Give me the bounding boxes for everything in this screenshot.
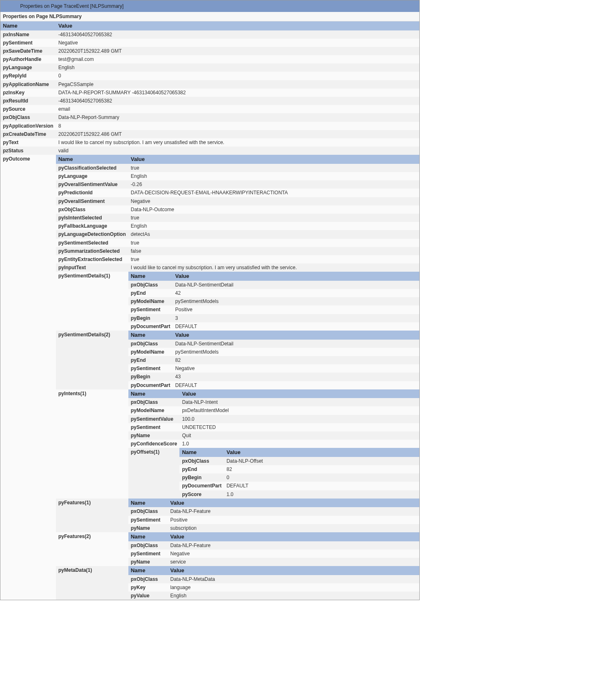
table-row: pyNameservice bbox=[128, 558, 419, 566]
property-name: pyClassificationSelected bbox=[56, 164, 128, 172]
property-value: 20220620T152922.486 GMT bbox=[56, 130, 419, 138]
property-name: pySentiment bbox=[128, 305, 173, 314]
property-name: pySentiment bbox=[128, 550, 168, 558]
table-row: pyBegin0 bbox=[179, 473, 419, 482]
table-row: pyPredictionIdDATA-DECISION-REQUEST-EMAI… bbox=[56, 189, 419, 197]
property-value: Negative bbox=[168, 550, 419, 558]
table-row: pyConfidenceScore1.0 bbox=[128, 440, 419, 448]
property-name: pyInputText bbox=[56, 263, 128, 272]
table-row: pxInsName-4631340640527065382 bbox=[0, 30, 419, 39]
property-name: pyOverallSentiment bbox=[56, 197, 128, 205]
table-row: pyLanguageEnglish bbox=[56, 172, 419, 180]
table-row: pxSaveDateTime20220620T152922.489 GMT bbox=[0, 47, 419, 55]
property-name: pyName bbox=[128, 431, 180, 440]
table-row: pxResultId-4631340640527065382 bbox=[0, 97, 419, 105]
property-value: 3 bbox=[173, 314, 419, 322]
property-value: subscription bbox=[168, 524, 419, 532]
table-header-row: NameValue bbox=[179, 448, 419, 457]
window-titlebar: Properties on Page TraceEvent [NLPSummar… bbox=[0, 0, 419, 12]
property-name: pzStatus bbox=[0, 147, 56, 155]
property-value: Negative bbox=[128, 197, 419, 205]
column-header-name: Name bbox=[128, 499, 168, 508]
table-row: pxObjClassData-NLP-Feature bbox=[128, 541, 419, 550]
table-row: pySentimentNegative bbox=[128, 364, 419, 373]
table-row: pyBegin43 bbox=[128, 373, 419, 381]
property-value: language bbox=[168, 583, 419, 592]
property-value: English bbox=[168, 592, 419, 600]
table-row: pyApplicationVersion8 bbox=[0, 122, 419, 130]
table-row: pyOverallSentimentNegative bbox=[56, 197, 419, 205]
property-name: pyLanguage bbox=[56, 172, 128, 180]
property-value: Negative bbox=[56, 39, 419, 47]
property-value: DEFAULT bbox=[173, 322, 419, 331]
property-value: true bbox=[128, 164, 419, 172]
property-value: true bbox=[128, 255, 419, 263]
trace-window: Properties on Page TraceEvent [NLPSummar… bbox=[0, 0, 420, 600]
property-name: pyMetaData(1) bbox=[56, 566, 128, 600]
property-name: pyEntityExtractionSelected bbox=[56, 255, 128, 263]
property-name: pzInsKey bbox=[0, 89, 56, 97]
table-row: pyOffsets(1)NameValuepxObjClassData-NLP-… bbox=[128, 448, 419, 498]
property-name: pyIntents(1) bbox=[56, 389, 128, 499]
property-value: 0 bbox=[224, 473, 419, 482]
table-row: pyAuthorHandletest@gmail.com bbox=[0, 55, 419, 63]
table-row: pyScore1.0 bbox=[179, 490, 419, 499]
intents-table: NameValuepxObjClassData-NLP-IntentpyMode… bbox=[128, 389, 419, 499]
property-value: Data-NLP-Feature bbox=[168, 507, 419, 515]
table-row: pyValueEnglish bbox=[128, 592, 419, 600]
table-row: pySourceemail bbox=[0, 105, 419, 113]
table-row: pyOverallSentimentValue-0.26 bbox=[56, 180, 419, 189]
property-name: pyReplyId bbox=[0, 72, 56, 80]
column-header-value: Value bbox=[224, 448, 419, 457]
property-name: pyFeatures(2) bbox=[56, 532, 128, 566]
property-name: pyModelName bbox=[128, 348, 173, 356]
property-name: pyKey bbox=[128, 583, 168, 592]
column-header-value: Value bbox=[168, 499, 419, 508]
property-name: pyEnd bbox=[128, 289, 173, 297]
table-header-row: NameValue bbox=[128, 389, 419, 398]
column-header-name: Name bbox=[179, 448, 224, 457]
property-value: I would like to cancel my subscription. … bbox=[56, 138, 419, 147]
column-header-name: Name bbox=[128, 272, 173, 281]
property-name: pxObjClass bbox=[128, 340, 173, 348]
table-row: pyIsIntentSelectedtrue bbox=[56, 214, 419, 222]
property-value: 100.0 bbox=[179, 415, 419, 423]
table-row: pySentimentPositive bbox=[128, 305, 419, 314]
table-row: pyFallbackLanguageEnglish bbox=[56, 222, 419, 230]
table-row: pyEnd82 bbox=[179, 465, 419, 473]
column-header-name: Name bbox=[128, 532, 168, 541]
property-name: pyFeatures(1) bbox=[56, 499, 128, 532]
property-value: DATA-DECISION-REQUEST-EMAIL-HNAAKERWIPYI… bbox=[128, 189, 419, 197]
property-name: pyModelName bbox=[128, 297, 173, 305]
property-name: pySentimentSelected bbox=[56, 239, 128, 247]
property-value: test@gmail.com bbox=[56, 55, 419, 63]
property-value: pySentimentModels bbox=[173, 348, 419, 356]
property-value: Data-NLP-Intent bbox=[179, 398, 419, 406]
property-name: pyLanguageDetectionOption bbox=[56, 230, 128, 238]
property-name: pyAuthorHandle bbox=[0, 55, 56, 63]
property-value: NameValuepxObjClassData-NLP-SentimentDet… bbox=[128, 331, 419, 389]
table-row: pyOutcomeNameValuepyClassificationSelect… bbox=[0, 155, 419, 600]
property-name: pySentiment bbox=[128, 364, 173, 373]
property-name: pxSaveDateTime bbox=[0, 47, 56, 55]
table-row: pxObjClassData-NLP-MetaData bbox=[128, 575, 419, 583]
property-value: Positive bbox=[173, 305, 419, 314]
table-row: pxObjClassData-NLP-SentimentDetail bbox=[128, 340, 419, 348]
outcome-table: NameValuepyClassificationSelectedtruepyL… bbox=[56, 155, 419, 600]
property-name: pxObjClass bbox=[56, 205, 128, 214]
property-name: pySentimentValue bbox=[128, 415, 180, 423]
property-value: -4631340640527065382 bbox=[56, 30, 419, 39]
property-value: English bbox=[56, 63, 419, 72]
property-name: pyOutcome bbox=[0, 155, 56, 600]
property-name: pyDocumentPart bbox=[128, 381, 173, 389]
table-header-row: NameValue bbox=[128, 272, 419, 281]
column-header-value: Value bbox=[168, 532, 419, 541]
table-row: pySentimentDetails(1)NameValuepxObjClass… bbox=[56, 272, 419, 331]
property-value: English bbox=[128, 222, 419, 230]
property-value: Data-NLP-Feature bbox=[168, 541, 419, 550]
table-row: pyMetaData(1)NameValuepxObjClassData-NLP… bbox=[56, 566, 419, 600]
column-header-value: Value bbox=[179, 389, 419, 398]
table-row: pyEnd42 bbox=[128, 289, 419, 297]
property-value: email bbox=[56, 105, 419, 113]
property-value: Data-NLP-SentimentDetail bbox=[173, 340, 419, 348]
